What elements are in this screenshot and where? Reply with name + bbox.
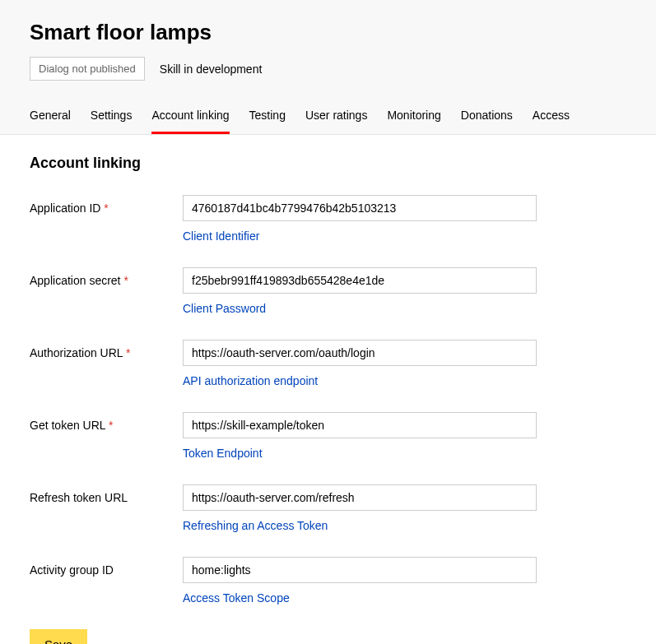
- label-auth-url-text: Authorization URL: [30, 346, 123, 359]
- section-title: Account linking: [30, 155, 626, 172]
- help-app-secret[interactable]: Client Password: [183, 302, 266, 315]
- tabs: General Settings Account linking Testing…: [30, 100, 626, 134]
- label-app-secret-text: Application secret: [30, 274, 121, 287]
- input-app-secret[interactable]: [183, 267, 537, 294]
- tab-account-linking[interactable]: Account linking: [151, 100, 229, 134]
- label-token-url-text: Get token URL: [30, 419, 105, 432]
- form-row-app-id: Application ID * Client Identifier: [30, 195, 626, 243]
- label-app-secret: Application secret *: [30, 267, 183, 287]
- label-auth-url: Authorization URL *: [30, 340, 183, 359]
- tab-testing[interactable]: Testing: [249, 100, 286, 134]
- field-token-url: Token Endpoint: [183, 412, 537, 460]
- status-badge: Dialog not published: [30, 57, 145, 81]
- required-marker: *: [126, 346, 130, 359]
- save-button[interactable]: Save: [30, 629, 87, 644]
- form-row-refresh-url: Refresh token URL Refreshing an Access T…: [30, 484, 626, 532]
- label-app-id-text: Application ID: [30, 202, 100, 215]
- input-auth-url[interactable]: [183, 340, 537, 366]
- tab-user-ratings[interactable]: User ratings: [305, 100, 367, 134]
- input-token-url[interactable]: [183, 412, 537, 438]
- tab-monitoring[interactable]: Monitoring: [387, 100, 440, 134]
- label-app-id: Application ID *: [30, 195, 183, 215]
- help-token-url[interactable]: Token Endpoint: [183, 447, 263, 460]
- field-activity-group: Access Token Scope: [183, 557, 537, 605]
- status-text: Skill in development: [160, 63, 263, 76]
- field-auth-url: API authorization endpoint: [183, 340, 537, 387]
- tab-settings[interactable]: Settings: [91, 100, 133, 134]
- field-app-id: Client Identifier: [183, 195, 537, 243]
- tab-general[interactable]: General: [30, 100, 71, 134]
- input-refresh-url[interactable]: [183, 484, 537, 511]
- field-refresh-url: Refreshing an Access Token: [183, 484, 537, 532]
- tab-donations[interactable]: Donations: [461, 100, 513, 134]
- label-refresh-url-text: Refresh token URL: [30, 491, 128, 504]
- form-row-app-secret: Application secret * Client Password: [30, 267, 626, 315]
- required-marker: *: [123, 274, 128, 287]
- input-app-id[interactable]: [183, 195, 537, 221]
- required-marker: *: [109, 419, 113, 432]
- help-app-id[interactable]: Client Identifier: [183, 229, 259, 243]
- form-row-activity-group: Activity group ID Access Token Scope: [30, 557, 626, 605]
- required-marker: *: [104, 202, 108, 215]
- label-refresh-url: Refresh token URL: [30, 484, 183, 504]
- status-row: Dialog not published Skill in developmen…: [30, 57, 626, 81]
- tab-access[interactable]: Access: [533, 100, 570, 134]
- label-token-url: Get token URL *: [30, 412, 183, 432]
- label-activity-group-text: Activity group ID: [30, 563, 114, 577]
- header-area: Smart floor lamps Dialog not published S…: [0, 0, 656, 135]
- input-activity-group[interactable]: [183, 557, 537, 583]
- field-app-secret: Client Password: [183, 267, 537, 315]
- content: Account linking Application ID * Client …: [0, 135, 656, 644]
- help-auth-url[interactable]: API authorization endpoint: [183, 374, 318, 387]
- page-title: Smart floor lamps: [30, 20, 626, 45]
- help-refresh-url[interactable]: Refreshing an Access Token: [183, 519, 328, 532]
- help-activity-group[interactable]: Access Token Scope: [183, 591, 290, 605]
- form-row-auth-url: Authorization URL * API authorization en…: [30, 340, 626, 387]
- form-row-token-url: Get token URL * Token Endpoint: [30, 412, 626, 460]
- label-activity-group: Activity group ID: [30, 557, 183, 577]
